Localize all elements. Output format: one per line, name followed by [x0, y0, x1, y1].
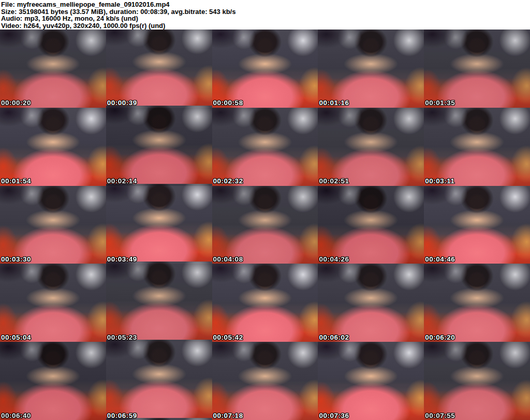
timestamp-overlay: 00:02:51	[319, 178, 349, 185]
video-frame-thumbnail: 00:04:26	[318, 186, 424, 264]
timestamp-overlay: 00:01:35	[425, 99, 455, 107]
timestamp-overlay: 00:07:36	[319, 412, 349, 419]
timestamp-overlay: 00:06:02	[319, 334, 349, 341]
timestamp-overlay: 00:06:20	[425, 334, 455, 341]
meta-line-video: Video:h264, yuv420p, 320x240, 1000.00 fp…	[1, 22, 530, 30]
timestamp-overlay: 00:02:32	[213, 178, 243, 185]
timestamp-overlay: 00:00:39	[107, 99, 137, 107]
meta-label-video: Video:	[1, 22, 22, 30]
video-frame-thumbnail: 00:06:59	[106, 342, 212, 420]
timestamp-overlay: 00:01:54	[1, 178, 31, 185]
video-frame-thumbnail: 00:00:39	[106, 30, 212, 108]
video-frame-thumbnail: 00:07:55	[424, 342, 530, 420]
timestamp-overlay: 00:04:08	[213, 256, 243, 263]
video-frame-thumbnail: 00:06:40	[0, 342, 106, 420]
timestamp-overlay: 00:03:49	[107, 256, 137, 263]
meta-line-file: File:myfreecams_melliepope_female_091020…	[1, 1, 530, 8]
video-frame-thumbnail: 00:01:16	[318, 30, 424, 108]
timestamp-overlay: 00:02:14	[107, 178, 137, 185]
meta-line-audio: Audio:mp3, 16000 Hz, mono, 24 kb/s (und)	[1, 15, 530, 22]
timestamp-overlay: 00:04:26	[319, 256, 349, 263]
timestamp-overlay: 00:05:23	[107, 334, 137, 341]
video-frame-thumbnail: 00:00:20	[0, 30, 106, 108]
video-frame-thumbnail: 00:02:51	[318, 108, 424, 186]
timestamp-overlay: 00:00:58	[213, 99, 243, 107]
timestamp-overlay: 00:07:18	[213, 412, 243, 419]
timestamp-overlay: 00:03:11	[425, 178, 454, 185]
video-frame-thumbnail: 00:04:46	[424, 186, 530, 264]
video-frame-thumbnail: 00:07:36	[318, 342, 424, 420]
video-frame-thumbnail: 00:06:20	[424, 264, 530, 342]
video-frame-thumbnail: 00:01:35	[424, 30, 530, 108]
video-frame-thumbnail: 00:04:08	[212, 186, 318, 264]
thumbnail-grid: 00:00:20 00:00:39 00:00:58 00:01:16 00:0…	[0, 30, 530, 420]
video-frame-thumbnail: 00:01:54	[0, 108, 106, 186]
timestamp-overlay: 00:06:40	[1, 412, 31, 419]
video-frame-thumbnail: 00:00:58	[212, 30, 318, 108]
metadata-header: File:myfreecams_melliepope_female_091020…	[0, 0, 530, 30]
timestamp-overlay: 00:05:04	[1, 334, 31, 341]
timestamp-overlay: 00:04:46	[425, 256, 455, 263]
video-frame-thumbnail: 00:03:30	[0, 186, 106, 264]
timestamp-overlay: 00:03:30	[1, 256, 31, 263]
video-frame-thumbnail: 00:03:49	[106, 186, 212, 264]
video-frame-thumbnail: 00:02:14	[106, 108, 212, 186]
meta-line-size: Size:35198041 bytes (33.57 MiB), duratio…	[1, 8, 530, 16]
timestamp-overlay: 00:05:42	[213, 334, 243, 341]
timestamp-overlay: 00:00:20	[1, 99, 31, 107]
video-frame-thumbnail: 00:02:32	[212, 108, 318, 186]
video-frame-thumbnail: 00:06:02	[318, 264, 424, 342]
meta-value-video-codec: h264, yuv420p, 320x240, 1000.00 fps(r) (…	[24, 22, 166, 30]
video-frame-thumbnail: 00:03:11	[424, 108, 530, 186]
timestamp-overlay: 00:01:16	[319, 99, 349, 107]
timestamp-overlay: 00:06:59	[107, 412, 137, 419]
video-frame-thumbnail: 00:05:42	[212, 264, 318, 342]
video-frame-thumbnail: 00:05:23	[106, 264, 212, 342]
video-frame-thumbnail: 00:07:18	[212, 342, 318, 420]
meta-label-file: File:	[1, 1, 15, 8]
timestamp-overlay: 00:07:55	[425, 412, 455, 419]
meta-label-audio: Audio:	[1, 15, 22, 22]
video-frame-thumbnail: 00:05:04	[0, 264, 106, 342]
video-contact-sheet: File:myfreecams_melliepope_female_091020…	[0, 0, 530, 420]
